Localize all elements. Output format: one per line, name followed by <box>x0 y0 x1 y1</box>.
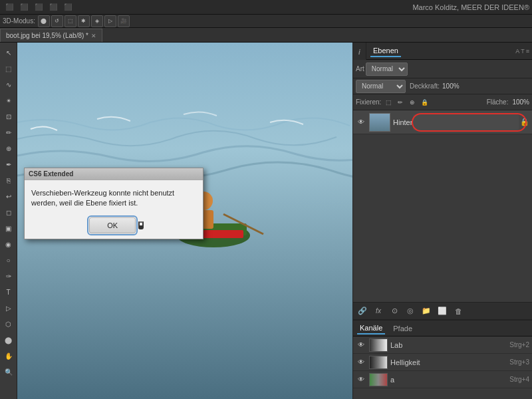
channel-name-helligkeit: Helligkeit <box>390 358 507 366</box>
fix-icon-brush[interactable]: ✏ <box>396 98 405 107</box>
layer-thumb-image <box>370 114 390 131</box>
panel-toolbar-art: Art Normal <box>353 60 532 78</box>
panel-bottom-bar: 🔗 fx ⊙ ◎ 📁 ⬜ 🗑 <box>353 302 532 319</box>
layer-mode-row: Normal Deckkraft: 100% <box>353 78 532 94</box>
dialog-title: CS6 Extended <box>29 170 73 178</box>
mode-icon-3[interactable]: ⬚ <box>65 15 76 27</box>
tool-magic-wand[interactable]: ✴ <box>1 93 16 108</box>
dialog-message-line1: Verschieben-Werkzeug konnte nicht benutz… <box>31 188 196 198</box>
mode-bar: 3D-Modus: ⬤ ↺ ⬚ ✱ ◈ ▷ 🎥 <box>0 15 532 28</box>
tool-clone[interactable]: ⎘ <box>1 173 16 188</box>
art-select[interactable]: Normal <box>366 63 408 76</box>
menu-item[interactable]: ⬛ <box>32 2 45 12</box>
panel-info-icon[interactable]: i <box>353 43 366 61</box>
channel-row-lab[interactable]: 👁 Lab Strg+2 <box>353 336 532 354</box>
paths-tab[interactable]: Pfade <box>390 323 415 334</box>
menu-bar[interactable]: ⬛ ⬛ ⬛ ⬛ ⬛ <box>3 2 74 12</box>
fill-label: Fläche: <box>487 98 509 106</box>
tool-eraser[interactable]: ◻ <box>1 205 16 219</box>
file-tab-label: boot.jpg bei 19,5% (Lab/8) * <box>6 32 88 39</box>
tool-dodge[interactable]: ○ <box>1 253 16 267</box>
adjustment-circle-icon[interactable]: ⊙ <box>388 305 401 318</box>
fix-icon-position[interactable]: ⬚ <box>384 98 393 107</box>
right-panel: i Ebenen A T ≡ Art Normal Normal Deckkra… <box>352 43 532 399</box>
mask-icon[interactable]: ◎ <box>404 305 417 318</box>
panel-icon-1[interactable]: A <box>515 48 519 55</box>
tool-3d[interactable]: ⬤ <box>1 332 16 347</box>
fill-value: 100% <box>512 98 529 106</box>
file-tab[interactable]: boot.jpg bei 19,5% (Lab/8) * ✕ <box>0 29 102 42</box>
mode-icon-2[interactable]: ↺ <box>51 15 63 27</box>
channels-tab[interactable]: Kanäle <box>357 323 385 334</box>
channels-panel: Kanäle Pfade 👁 Lab Strg+2 👁 Helligkeit S… <box>353 319 532 399</box>
channel-thumb-lab <box>369 338 388 352</box>
layer-lock-icon: 🔒 <box>520 118 529 126</box>
channel-eye-helligkeit[interactable]: 👁 <box>356 357 366 368</box>
canvas-area: CS6 Extended Verschieben-Werkzeug konnte… <box>17 43 352 399</box>
mode-icon-6[interactable]: ▷ <box>104 15 116 27</box>
opacity-value: 100% <box>442 82 460 90</box>
tool-text[interactable]: T <box>1 285 16 299</box>
trash-icon[interactable]: 🗑 <box>452 305 465 318</box>
mode-icon-5[interactable]: ◈ <box>91 15 103 27</box>
fix-icon-move[interactable]: ⊕ <box>408 98 417 107</box>
layers-list: 👁 Hintergrund 🔒 <box>353 110 532 302</box>
ok-button[interactable]: OK <box>89 217 136 233</box>
tool-zoom[interactable]: 🔍 <box>1 364 16 379</box>
tool-eyedropper[interactable]: ✏ <box>1 125 16 140</box>
app-title: Marco Kolditz, MEER DER IDEEN® <box>412 3 529 11</box>
tool-history-brush[interactable]: ↩ <box>1 189 16 203</box>
panel-icon-2[interactable]: T <box>521 48 525 55</box>
tool-brush[interactable]: ✒ <box>1 157 16 172</box>
tool-path-select[interactable]: ▷ <box>1 301 16 315</box>
channel-thumb-a <box>369 373 388 386</box>
channel-thumb-helligkeit <box>369 356 388 369</box>
left-toolbar: ↖ ⬚ ∿ ✴ ⊡ ✏ ⊕ ✒ ⎘ ↩ ◻ ▣ ◉ ○ ✑ T ▷ ⬡ ⬤ ✋ … <box>0 43 17 399</box>
tab-bar: boot.jpg bei 19,5% (Lab/8) * ✕ <box>0 28 532 43</box>
tool-select-rect[interactable]: ⬚ <box>1 61 16 76</box>
tool-pen[interactable]: ✑ <box>1 269 16 283</box>
channel-name-lab: Lab <box>390 341 507 349</box>
tool-crop[interactable]: ⊡ <box>1 109 16 124</box>
tool-blur[interactable]: ◉ <box>1 237 16 251</box>
channel-row-helligkeit[interactable]: 👁 Helligkeit Strg+3 <box>353 354 532 371</box>
opacity-label: Deckkraft: <box>410 82 440 90</box>
mode-icon-1[interactable]: ⬤ <box>38 15 50 27</box>
tool-spot-heal[interactable]: ⊕ <box>1 141 16 156</box>
dialog-footer: OK <box>25 213 203 239</box>
mode-icon-7[interactable]: 🎥 <box>118 15 130 27</box>
tool-hand[interactable]: ✋ <box>1 348 16 363</box>
fix-row: Fixieren: ⬚ ✏ ⊕ 🔒 Fläche: 100% <box>353 94 532 110</box>
new-layer-icon[interactable]: ⬜ <box>436 305 449 318</box>
mode-icon-4[interactable]: ✱ <box>78 15 90 27</box>
panel-icon-3[interactable]: ≡ <box>526 48 529 55</box>
folder-icon[interactable]: 📁 <box>420 305 433 318</box>
blend-mode-select[interactable]: Normal <box>356 80 406 93</box>
layer-row-hintergrund[interactable]: 👁 Hintergrund 🔒 <box>353 110 532 134</box>
tool-lasso[interactable]: ∿ <box>1 77 16 92</box>
tab-close-icon[interactable]: ✕ <box>91 33 96 39</box>
channel-row-a[interactable]: 👁 a Strg+4 <box>353 371 532 388</box>
menu-item[interactable]: ⬛ <box>17 2 31 12</box>
tool-shapes[interactable]: ⬡ <box>1 317 16 331</box>
channel-shortcut-a: Strg+4 <box>509 376 529 383</box>
dialog-body: Verschieben-Werkzeug konnte nicht benutz… <box>25 180 203 214</box>
link-icon[interactable]: 🔗 <box>356 305 369 318</box>
fx-icon[interactable]: fx <box>372 305 385 318</box>
fix-icon-all[interactable]: 🔒 <box>420 98 429 107</box>
layer-background-area <box>413 114 519 130</box>
layers-panel-tab[interactable]: Ebenen <box>370 45 401 57</box>
channels-header: Kanäle Pfade <box>353 321 532 336</box>
layer-visibility-eye[interactable]: 👁 <box>356 117 366 128</box>
tool-move[interactable]: ↖ <box>1 45 16 60</box>
tool-gradient[interactable]: ▣ <box>1 221 16 235</box>
menu-item[interactable]: ⬛ <box>3 2 16 12</box>
dialog-message-line2: werden, weil die Ebene fixiert ist. <box>31 198 196 208</box>
channel-name-a: a <box>390 376 507 384</box>
menu-item[interactable]: ⬛ <box>47 2 60 12</box>
mode-icons[interactable]: ⬤ ↺ ⬚ ✱ ◈ ▷ 🎥 <box>38 15 130 27</box>
art-label: Art <box>356 65 364 72</box>
channel-eye-lab[interactable]: 👁 <box>356 340 366 350</box>
channel-eye-a[interactable]: 👁 <box>356 374 366 385</box>
menu-item[interactable]: ⬛ <box>61 2 74 12</box>
